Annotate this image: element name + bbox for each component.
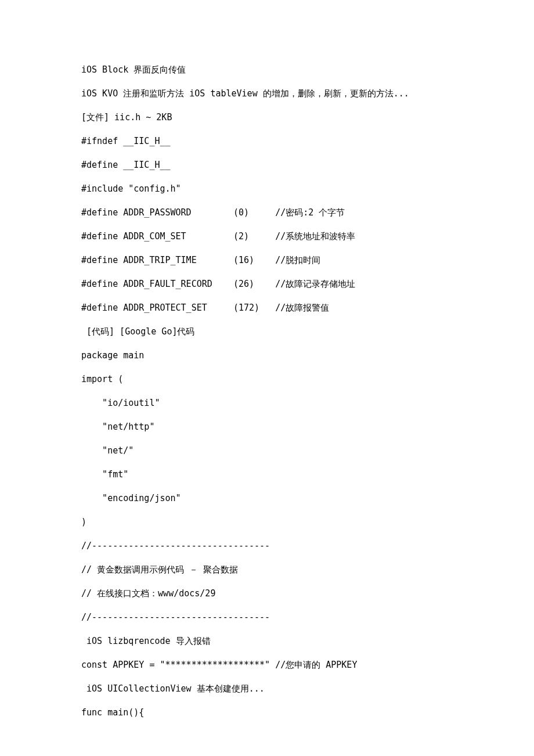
text-line: //---------------------------------- [81,611,453,624]
text-line: "net/http" [81,421,453,433]
text-line: //---------------------------------- [81,540,453,552]
text-line: // 在线接口文档：www/docs/29 [81,588,453,600]
text-line: func main(){ [81,707,453,719]
text-line: package main [81,350,453,362]
text-line: "net/" [81,445,453,457]
text-line: ) [81,516,453,528]
text-line: iOS UICollectionView 基本创建使用... [81,683,453,695]
text-line: #define ADDR_PROTECT_SET (172) //故障报警值 [81,302,453,314]
text-line: [文件] iic.h ~ 2KB [81,111,453,124]
text-line: // 黄金数据调用示例代码 － 聚合数据 [81,564,453,576]
text-line: iOS Block 界面反向传值 [81,64,453,76]
text-line: "encoding/json" [81,492,453,505]
text-line: "io/ioutil" [81,397,453,409]
document-page: iOS Block 界面反向传值 iOS KVO 注册和监听方法 iOS tab… [0,0,534,756]
text-line: iOS lizbqrencode 导入报错 [81,635,453,647]
text-line: #define ADDR_COM_SET (2) //系统地址和波特率 [81,231,453,243]
text-line: iOS KVO 注册和监听方法 iOS tableView 的增加，删除，刷新，… [81,88,453,100]
text-line: #define ADDR_TRIP_TIME (16) //脱扣时间 [81,254,453,267]
text-line: [代码] [Google Go]代码 [81,326,453,338]
text-line: import ( [81,373,453,386]
text-line: #define __IIC_H__ [81,159,453,171]
text-line: #define ADDR_PASSWORD (0) //密码:2 个字节 [81,207,453,219]
text-line: #include "config.h" [81,183,453,195]
text-line: #ifndef __IIC_H__ [81,135,453,147]
text-line: #define ADDR_FAULT_RECORD (26) //故障记录存储地… [81,278,453,290]
text-line: const APPKEY = "*******************" //您… [81,659,453,671]
text-line: "fmt" [81,469,453,481]
